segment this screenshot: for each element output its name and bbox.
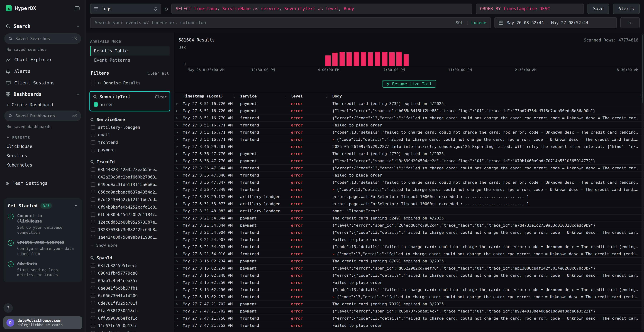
column-grip[interactable]: ⋮	[232, 94, 236, 98]
histogram-bar[interactable]	[340, 52, 345, 66]
row-expand-chevron[interactable]: >	[174, 202, 180, 206]
table-row[interactable]: >May 27 8:36:47.847 AMfrontenderror{"cod…	[174, 179, 644, 186]
column-grip[interactable]: ⋮	[283, 94, 287, 98]
presets-header[interactable]: PRESETS	[0, 131, 86, 142]
table-row[interactable]: >May 27 8:51:16.771 AMfrontenderror×{"co…	[174, 136, 644, 143]
checkbox[interactable]	[91, 324, 95, 328]
filter-value-row[interactable]: payment	[90, 146, 170, 154]
analysis-mode-results-table[interactable]: Results Table	[90, 46, 170, 56]
column-header-body[interactable]: Body⋮	[330, 92, 644, 100]
table-row[interactable]: >May 27 8:15:02.252 AMfrontenderror×{"co…	[174, 293, 644, 300]
table-row[interactable]: >May 27 8:51:16.720 AMpaymenterror{"leve…	[174, 107, 644, 114]
checkbox[interactable]	[91, 220, 95, 224]
row-expand-chevron[interactable]: >	[174, 180, 180, 184]
get-started-header[interactable]: Get Started 3/3	[8, 203, 78, 208]
alerts-button[interactable]: Alerts	[613, 4, 640, 14]
table-row[interactable]: >May 27 8:21:54.844 AMpaymenterrorThe cr…	[174, 215, 644, 222]
checkbox[interactable]	[91, 198, 95, 202]
checkbox[interactable]	[91, 125, 95, 130]
filter-value-row[interactable]: 11c67fe55c0d13fd	[90, 322, 170, 330]
row-expand-chevron[interactable]: >	[174, 123, 180, 127]
scrollbar[interactable]	[642, 33, 644, 331]
row-expand-chevron[interactable]: >	[174, 274, 180, 277]
filter-value-row[interactable]: ✓error	[93, 101, 167, 108]
filter-value-row[interactable]: 0c0667304fafd206	[90, 292, 170, 300]
checkbox[interactable]	[91, 190, 95, 194]
filter-value-row[interactable]: 1d94f08c5acdb28e	[90, 330, 170, 332]
row-expand-chevron[interactable]: >	[174, 295, 180, 299]
table-row[interactable]: >May 27 8:33:29.132 AMartillery-loadgene…	[174, 193, 644, 200]
checkbox[interactable]	[91, 168, 95, 172]
filter-value-row[interactable]: 0ae8e1f6c6b37fb1	[90, 284, 170, 292]
row-expand-chevron[interactable]: >	[174, 245, 180, 249]
table-row[interactable]: >May 27 8:51:16.720 AMpaymenterrorThe cr…	[174, 100, 644, 107]
filter-value-row[interactable]: 03b44828f42a3573ea655ce…	[90, 166, 170, 173]
filter-clear-button[interactable]: Clear	[155, 95, 167, 99]
filter-group-header[interactable]: SeverityTextClear	[93, 94, 167, 99]
table-row[interactable]: >May 27 8:36:47.770 AMpaymenterror{"leve…	[174, 158, 644, 164]
histogram-bar[interactable]	[332, 52, 338, 66]
table-row[interactable]: >May 27 8:36:47.849 AMfrontenderror×{"co…	[174, 186, 644, 193]
filter-value-row[interactable]: 09ab1c4544c9a357	[90, 277, 170, 284]
histogram-bar[interactable]	[361, 52, 366, 66]
row-expand-chevron[interactable]: >	[174, 252, 180, 256]
checkbox[interactable]	[91, 331, 95, 332]
filter-value-row[interactable]: 0f94b9befe0b4252ccfa1c8…	[90, 204, 170, 211]
get-started-item[interactable]: ✓Add DataStart sending logs, metrics, or…	[8, 261, 78, 278]
table-row[interactable]: >May 27 7:47:21.702 AMpaymenterror{"leve…	[174, 308, 644, 315]
filter-value-row[interactable]: 0de781ff325a781f	[90, 300, 170, 307]
chevron-up-icon[interactable]	[74, 204, 78, 208]
analysis-mode-event-patterns[interactable]: Event Patterns	[90, 56, 170, 65]
checkbox[interactable]	[91, 301, 95, 305]
help-button[interactable]: ?	[4, 304, 13, 313]
filter-value-row[interactable]: frontend	[90, 139, 170, 146]
table-row[interactable]: >May 27 8:21:54.907 AMfrontenderror{"cod…	[174, 243, 644, 250]
sidebar-collapse-icon[interactable]	[74, 6, 80, 11]
clear-all-filters-button[interactable]: Clear all	[148, 71, 169, 76]
row-expand-chevron[interactable]: >	[174, 316, 180, 320]
source-select[interactable]: Logs	[90, 4, 161, 14]
histogram-bar[interactable]	[375, 52, 380, 66]
user-menu[interactable]: D dale@clickhouse.com dale@clickhouse.co…	[3, 316, 82, 329]
row-expand-chevron[interactable]: >	[174, 173, 180, 177]
checkbox[interactable]: ✓	[94, 102, 98, 106]
table-row[interactable]: >May 27 8:51:16.770 AMfrontenderror{"err…	[174, 114, 644, 122]
histogram-bar[interactable]	[368, 52, 373, 66]
checkbox[interactable]	[91, 228, 95, 232]
checkbox[interactable]	[91, 264, 95, 268]
filter-value-row[interactable]: 03f7b824595feec5	[90, 262, 170, 270]
order-by-input[interactable]: ORDER BY TimestampTime DESC	[476, 4, 584, 14]
histogram-bar[interactable]	[404, 54, 409, 66]
filter-value-row[interactable]: 0ff8990066efcf1d	[90, 314, 170, 322]
sidebar-item-chart-explorer[interactable]: Chart Explorer	[0, 54, 86, 66]
table-row[interactable]: >May 27 8:46:29.281 AMerror2025-05-26T09…	[174, 143, 644, 150]
table-row[interactable]: >May 27 8:31:48.083 AMartillery-loadgene…	[174, 208, 644, 215]
histogram-bar[interactable]	[346, 52, 352, 66]
row-expand-chevron[interactable]: >	[174, 130, 180, 134]
filter-value-row[interactable]: email	[90, 131, 170, 139]
sidebar-item-search[interactable]: Search	[0, 21, 86, 32]
row-expand-chevron[interactable]: >	[174, 138, 180, 141]
row-expand-chevron[interactable]: >	[174, 238, 180, 242]
filter-value-row[interactable]: 0fae5381230518cb	[90, 307, 170, 314]
histogram-bar[interactable]	[389, 52, 395, 66]
table-row[interactable]: >May 27 8:31:53.073 AMartillery-loadgene…	[174, 200, 644, 208]
resume-live-tail-button[interactable]: Resume Live Tail	[382, 80, 436, 88]
column-header-timestamplocal[interactable]: Timestamp (Local)⋮	[180, 92, 237, 100]
table-row[interactable]: >May 27 8:15:02.234 AMpaymenterror{"leve…	[174, 265, 644, 272]
saved-dashboards-input[interactable]: Saved Dashboards ⌘K	[4, 110, 81, 121]
filter-group-header[interactable]: SpanId	[90, 256, 170, 260]
sidebar-item-client-sessions[interactable]: Client Sessions	[0, 77, 86, 89]
filter-value-row[interactable]: 12ec8dd52b60b9525733b7e…	[90, 218, 170, 226]
histogram-bar[interactable]	[396, 52, 402, 66]
preset-item[interactable]: Kubernetes	[0, 160, 86, 170]
table-row[interactable]: >May 27 8:15:02.250 AMfrontenderrorFaile…	[174, 279, 644, 286]
filter-value-row[interactable]: artillery-loadgen	[90, 124, 170, 131]
row-expand-chevron[interactable]: >	[174, 116, 180, 120]
preset-item[interactable]: Services	[0, 151, 86, 160]
checkbox[interactable]	[91, 140, 95, 144]
table-row[interactable]: >May 27 8:51:16.771 AMfrontenderrorFaile…	[174, 122, 644, 129]
source-settings-gear-icon[interactable]: ⚙	[164, 6, 168, 12]
row-expand-chevron[interactable]: >	[174, 145, 180, 148]
lucene-mode-toggle[interactable]: Lucene	[471, 20, 486, 25]
